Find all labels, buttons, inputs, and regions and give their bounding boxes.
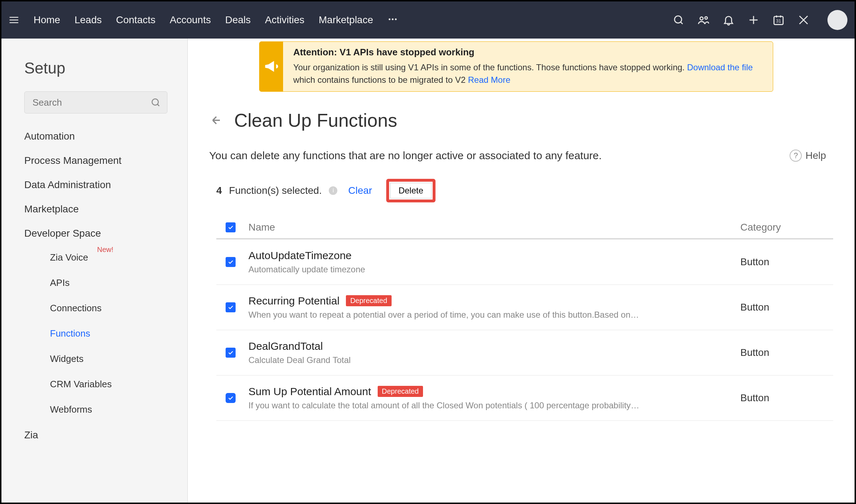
nav-link-contacts[interactable]: Contacts	[116, 14, 156, 26]
table-row: Sum Up Potential AmountDeprecatedIf you …	[216, 376, 833, 421]
nav-link-accounts[interactable]: Accounts	[170, 14, 211, 26]
selected-label: Function(s) selected.	[229, 185, 322, 196]
sidebar-title: Setup	[24, 59, 167, 77]
table-row: AutoUpdateTimezoneAutomatically update t…	[216, 240, 833, 285]
nav-link-deals[interactable]: Deals	[225, 14, 251, 26]
calendar-icon[interactable]: 31	[772, 13, 785, 27]
function-desc: When you want to repeat a potential over…	[248, 310, 641, 320]
sidebar-section-automation[interactable]: Automation	[24, 131, 167, 142]
svg-text:31: 31	[776, 18, 781, 24]
new-badge: New!	[97, 246, 114, 254]
sidebar-item-crm-variables[interactable]: CRM Variables	[50, 379, 167, 390]
nav-link-leads[interactable]: Leads	[75, 14, 102, 26]
help-icon: ?	[790, 150, 802, 162]
selection-bar: 4 Function(s) selected. i Clear Delete	[216, 179, 826, 202]
sidebar-item-webforms[interactable]: Webforms	[50, 404, 167, 415]
column-name: Name	[245, 222, 740, 233]
hamburger-icon[interactable]	[9, 15, 19, 25]
clear-link[interactable]: Clear	[348, 185, 372, 196]
megaphone-icon	[260, 42, 283, 91]
functions-table: Name Category AutoUpdateTimezoneAutomati…	[216, 217, 833, 421]
svg-point-0	[389, 19, 391, 20]
sidebar-search	[24, 91, 167, 114]
function-name[interactable]: AutoUpdateTimezone	[248, 250, 740, 262]
sidebar-section-marketplace[interactable]: Marketplace	[24, 203, 167, 215]
back-arrow-icon[interactable]	[209, 113, 223, 127]
sidebar-item-connections[interactable]: Connections	[50, 303, 167, 314]
alert-banner: Attention: V1 APIs have stopped working …	[259, 41, 773, 92]
svg-point-2	[395, 19, 397, 20]
help-link[interactable]: ? Help	[790, 150, 826, 162]
sidebar-item-apis[interactable]: APIs	[50, 277, 167, 288]
row-checkbox[interactable]	[226, 348, 236, 358]
nav-link-marketplace[interactable]: Marketplace	[319, 14, 373, 26]
nav-icons: 31	[672, 10, 847, 30]
nav-link-activities[interactable]: Activities	[265, 14, 304, 26]
deprecated-badge: Deprecated	[378, 386, 423, 397]
sidebar-item-widgets[interactable]: Widgets	[50, 353, 167, 364]
sidebar-item-zia-voice[interactable]: Zia VoiceNew!	[50, 252, 167, 263]
sidebar-section-zia[interactable]: Zia	[24, 429, 167, 441]
delete-highlight: Delete	[386, 179, 435, 202]
nav-links: HomeLeadsContactsAccountsDealsActivities…	[34, 14, 373, 26]
bell-icon[interactable]	[722, 13, 735, 27]
alert-text: Your organization is still using V1 APIs…	[293, 61, 763, 86]
function-name[interactable]: Sum Up Potential AmountDeprecated	[248, 385, 740, 398]
function-desc: Calculate Deal Grand Total	[248, 355, 641, 365]
svg-point-5	[705, 17, 708, 19]
table-row: DealGrandTotalCalculate Deal Grand Total…	[216, 330, 833, 376]
column-category: Category	[740, 222, 833, 233]
category-value: Button	[740, 302, 833, 313]
svg-point-8	[152, 99, 158, 105]
category-value: Button	[740, 392, 833, 404]
plus-icon[interactable]	[747, 13, 760, 27]
deprecated-badge: Deprecated	[346, 295, 391, 306]
avatar[interactable]	[827, 10, 847, 30]
sidebar-item-functions[interactable]: Functions	[50, 328, 167, 339]
top-nav: HomeLeadsContactsAccountsDealsActivities…	[1, 1, 855, 39]
category-value: Button	[740, 256, 833, 268]
search-input[interactable]	[24, 91, 167, 114]
more-icon[interactable]	[387, 14, 398, 26]
alert-title: Attention: V1 APIs have stopped working	[293, 47, 763, 58]
selected-count: 4	[216, 185, 222, 196]
table-header: Name Category	[216, 217, 833, 240]
svg-point-4	[700, 17, 703, 20]
row-checkbox[interactable]	[226, 393, 236, 403]
page-description: You can delete any functions that are no…	[209, 150, 602, 162]
row-checkbox[interactable]	[226, 302, 236, 312]
main-panel: Attention: V1 APIs have stopped working …	[188, 39, 855, 503]
function-name[interactable]: Recurring PotentialDeprecated	[248, 295, 740, 307]
sidebar-section-developer-space[interactable]: Developer Space	[24, 228, 167, 239]
function-desc: Automatically update timezone	[248, 264, 641, 274]
page-title: Clean Up Functions	[234, 110, 397, 131]
search-icon	[150, 97, 161, 108]
nav-link-home[interactable]: Home	[34, 14, 60, 26]
search-icon[interactable]	[672, 13, 685, 27]
delete-button[interactable]: Delete	[390, 183, 431, 198]
function-desc: If you want to calculate the total amoun…	[248, 400, 641, 410]
tools-icon[interactable]	[797, 13, 810, 27]
sidebar-section-process-management[interactable]: Process Management	[24, 155, 167, 166]
svg-point-3	[675, 16, 682, 23]
svg-point-1	[392, 19, 394, 20]
function-name[interactable]: DealGrandTotal	[248, 340, 740, 352]
info-icon[interactable]: i	[329, 186, 337, 195]
category-value: Button	[740, 347, 833, 358]
table-row: Recurring PotentialDeprecatedWhen you wa…	[216, 285, 833, 330]
select-all-checkbox[interactable]	[226, 222, 236, 232]
read-more-link[interactable]: Read More	[468, 75, 510, 85]
people-icon[interactable]	[697, 13, 710, 27]
sidebar: Setup AutomationProcess ManagementData A…	[1, 39, 188, 503]
row-checkbox[interactable]	[226, 257, 236, 267]
download-file-link[interactable]: Download the file	[687, 62, 753, 72]
sidebar-section-data-administration[interactable]: Data Administration	[24, 179, 167, 191]
